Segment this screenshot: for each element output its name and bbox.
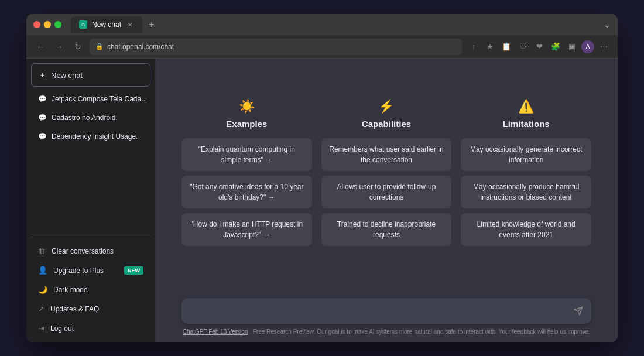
user-icon: 👤 — [38, 266, 47, 275]
clear-conversations-label: Clear conversations — [52, 247, 114, 255]
extension-btn-4[interactable]: 🧩 — [549, 40, 563, 54]
chat-icon: 💬 — [38, 95, 47, 103]
minimize-button[interactable] — [44, 21, 51, 28]
tab-favicon: G — [79, 20, 87, 29]
tab-menu-button[interactable]: ⌄ — [604, 20, 611, 29]
chat-area: ☀️ Examples "Explain quantum computing i… — [155, 59, 618, 298]
limitations-header: ⚠️ Limitations — [461, 99, 591, 129]
examples-header: ☀️ Examples — [181, 99, 312, 129]
browser-window: G New chat ✕ + ⌄ ← → ↻ 🔒 chat.openai.com… — [26, 14, 618, 342]
sidebar-toggle[interactable]: ▣ — [565, 40, 579, 54]
example-card-3[interactable]: "How do I make an HTTP request in Javasc… — [181, 213, 312, 246]
new-badge: NEW — [124, 266, 143, 275]
chat-history: 💬 Jetpack Compose Tela Cada... 💬 Cadastr… — [31, 90, 150, 235]
input-wrapper — [181, 298, 591, 324]
chat-input[interactable] — [190, 305, 569, 317]
limitation-card-3: Limited knowledge of world and events af… — [461, 213, 591, 246]
limitations-title: Limitations — [503, 119, 550, 129]
capabilities-column: ⚡ Capabilities Remembers what user said … — [321, 99, 452, 246]
chat-history-item-3[interactable]: 💬 Dependency Insight Usage. — [31, 128, 150, 145]
chat-history-item-1[interactable]: 💬 Jetpack Compose Tela Cada... — [31, 90, 150, 108]
new-chat-button[interactable]: ＋ New chat — [31, 63, 150, 87]
upgrade-to-plus-button[interactable]: 👤 Upgrade to Plus NEW — [31, 261, 150, 279]
updates-faq-button[interactable]: ↗ Updates & FAQ — [31, 300, 150, 318]
footer-description: . Free Research Preview. Our goal is to … — [249, 328, 590, 335]
clear-conversations-button[interactable]: 🗑 Clear conversations — [31, 242, 150, 260]
forward-button[interactable]: → — [52, 40, 66, 54]
chat-icon-3: 💬 — [38, 132, 47, 141]
input-area: ChatGPT Feb 13 Version . Free Research P… — [155, 298, 618, 342]
footer-text: ChatGPT Feb 13 Version . Free Research P… — [183, 328, 590, 335]
sidebar: ＋ New chat 💬 Jetpack Compose Tela Cada..… — [26, 59, 155, 342]
sun-icon: ☀️ — [239, 99, 255, 114]
tab-close-button[interactable]: ✕ — [126, 20, 134, 29]
footer-link[interactable]: ChatGPT Feb 13 Version — [183, 328, 248, 335]
lock-icon: 🔒 — [95, 43, 104, 50]
capability-card-3: Trained to decline inappropriate request… — [321, 213, 452, 246]
browser-toolbar: ← → ↻ 🔒 chat.openai.com/chat ↑ ★ 📋 🛡 ❤ 🧩… — [26, 35, 618, 59]
close-button[interactable] — [33, 21, 40, 28]
trash-icon: 🗑 — [38, 247, 46, 255]
traffic-lights — [33, 21, 61, 28]
url-text: chat.openai.com/chat — [107, 43, 174, 51]
example-card-2[interactable]: "Got any creative ideas for a 10 year ol… — [181, 176, 312, 208]
capability-card-2: Allows user to provide follow-up correct… — [321, 176, 452, 208]
menu-button[interactable]: ⋯ — [597, 40, 611, 54]
active-tab[interactable]: G New chat ✕ — [71, 16, 142, 33]
log-out-label: Log out — [50, 324, 74, 333]
capabilities-header: ⚡ Capabilities — [321, 99, 452, 129]
capabilities-title: Capabilities — [362, 119, 411, 129]
upgrade-label: Upgrade to Plus — [53, 266, 104, 275]
extension-btn-3[interactable]: ❤ — [532, 40, 546, 54]
browser-titlebar: G New chat ✕ + ⌄ — [26, 14, 618, 35]
capability-card-1: Remembers what user said earlier in the … — [321, 138, 452, 171]
profile-button[interactable]: A — [581, 40, 594, 53]
sidebar-footer: 🗑 Clear conversations 👤 Upgrade to Plus … — [31, 237, 150, 337]
toolbar-actions: ↑ ★ 📋 🛡 ❤ 🧩 ▣ A ⋯ — [467, 40, 611, 54]
bookmark-button[interactable]: ★ — [483, 40, 497, 54]
external-link-icon: ↗ — [38, 304, 44, 313]
moon-icon: 🌙 — [38, 285, 47, 294]
address-bar[interactable]: 🔒 chat.openai.com/chat — [90, 39, 462, 55]
limitations-column: ⚠️ Limitations May occasionally generate… — [461, 99, 591, 246]
warning-icon: ⚠️ — [518, 99, 534, 114]
new-tab-button[interactable]: + — [145, 18, 159, 32]
main-content: ☀️ Examples "Explain quantum computing i… — [155, 59, 618, 342]
chat-icon-2: 💬 — [38, 114, 47, 122]
tab-bar: G New chat ✕ + ⌄ — [71, 16, 611, 33]
log-out-button[interactable]: ⇥ Log out — [31, 319, 150, 337]
dark-mode-button[interactable]: 🌙 Dark mode — [31, 280, 150, 299]
chat-history-item-2[interactable]: 💬 Cadastro no Android. — [31, 109, 150, 126]
example-card-1[interactable]: "Explain quantum computing in simple ter… — [181, 138, 312, 171]
chat-history-label-3: Dependency Insight Usage. — [52, 132, 138, 141]
maximize-button[interactable] — [54, 21, 61, 28]
refresh-button[interactable]: ↻ — [71, 40, 85, 54]
chat-history-label-2: Cadastro no Android. — [52, 114, 118, 122]
examples-column: ☀️ Examples "Explain quantum computing i… — [181, 99, 312, 246]
limitation-card-2: May occasionally produce harmful instruc… — [461, 176, 591, 208]
send-button[interactable] — [574, 306, 583, 316]
logout-icon: ⇥ — [38, 324, 44, 333]
extension-btn-1[interactable]: 📋 — [499, 40, 513, 54]
lightning-icon: ⚡ — [378, 99, 394, 114]
plus-icon: ＋ — [39, 70, 46, 80]
intro-grid: ☀️ Examples "Explain quantum computing i… — [181, 99, 591, 246]
back-button[interactable]: ← — [33, 40, 47, 54]
extension-btn-2[interactable]: 🛡 — [516, 40, 530, 54]
new-chat-label: New chat — [51, 71, 83, 80]
chat-history-label-1: Jetpack Compose Tela Cada... — [52, 95, 147, 103]
limitation-card-1: May occasionally generate incorrect info… — [461, 138, 591, 171]
app-container: ＋ New chat 💬 Jetpack Compose Tela Cada..… — [26, 59, 618, 342]
share-button[interactable]: ↑ — [467, 40, 481, 54]
examples-title: Examples — [226, 119, 267, 129]
tab-title: New chat — [92, 20, 121, 29]
updates-faq-label: Updates & FAQ — [50, 305, 99, 313]
dark-mode-label: Dark mode — [53, 286, 88, 294]
